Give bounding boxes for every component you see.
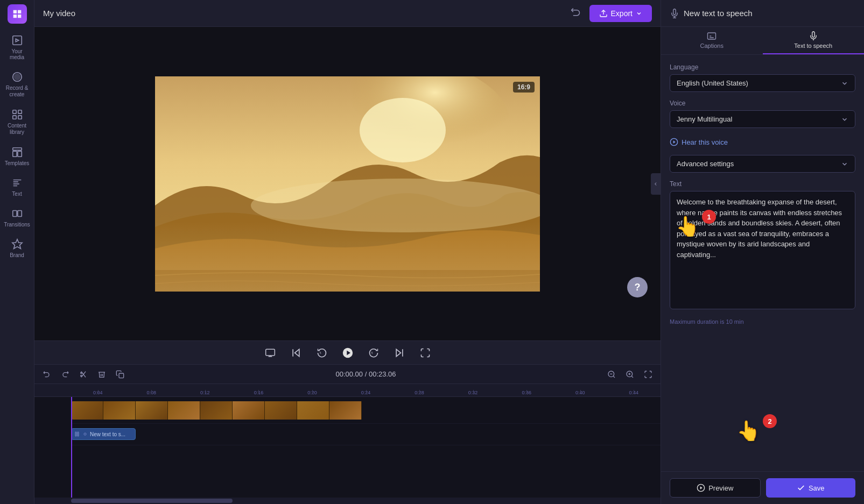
- preview-play-icon: [697, 484, 705, 492]
- ruler-mark: 0:28: [392, 390, 446, 396]
- video-clip[interactable]: [71, 401, 373, 420]
- advanced-settings-row[interactable]: Advanced settings: [670, 155, 855, 173]
- language-group: Language English (United States): [670, 63, 855, 92]
- play-button[interactable]: [340, 345, 355, 360]
- copy-button[interactable]: [114, 368, 126, 380]
- sidebar-item-templates[interactable]: Templates: [2, 142, 33, 171]
- skip-forward-button[interactable]: [392, 345, 407, 360]
- svg-text:5: 5: [319, 351, 321, 354]
- svg-rect-20: [265, 349, 275, 356]
- hear-voice-button[interactable]: Hear this voice: [670, 136, 855, 148]
- svg-point-39: [84, 433, 86, 435]
- svg-rect-0: [12, 36, 22, 45]
- zoom-in-button[interactable]: [624, 368, 636, 380]
- tab-text-to-speech[interactable]: Text to speech: [763, 27, 865, 54]
- timeline-toolbar: 00:00.00 / 00:23.06: [34, 365, 661, 384]
- ruler-mark: 0:24: [339, 390, 393, 396]
- export-button[interactable]: Export: [589, 5, 652, 22]
- preview-button[interactable]: Preview: [670, 478, 761, 498]
- video-track-row: [71, 397, 661, 424]
- svg-rect-37: [75, 432, 76, 436]
- tab-captions[interactable]: Captions: [661, 27, 763, 54]
- tts-clip[interactable]: New text to s...: [71, 428, 136, 440]
- language-select[interactable]: English (United States): [670, 74, 855, 92]
- svg-rect-4: [18, 110, 21, 113]
- fullscreen-button[interactable]: [418, 345, 433, 360]
- sidebar-item-transitions[interactable]: Transitions: [2, 203, 33, 232]
- film-frame: [136, 401, 168, 420]
- ruler-mark: 0:04: [71, 390, 125, 396]
- ruler-mark: 0:36: [500, 390, 553, 396]
- right-panel: New text to speech Captions Text to spee…: [661, 0, 864, 504]
- forward-5s-button[interactable]: 5: [366, 345, 381, 360]
- aspect-ratio-badge: 16:9: [513, 82, 535, 93]
- time-display: 00:00.00 / 00:23.06: [132, 370, 599, 378]
- app-logo[interactable]: [8, 4, 27, 24]
- ruler-mark: 0:12: [178, 390, 232, 396]
- top-bar: My video Export: [34, 0, 661, 27]
- svg-rect-42: [708, 33, 716, 39]
- svg-marker-12: [12, 239, 22, 249]
- redo-button[interactable]: [59, 368, 71, 380]
- panel-collapse-arrow[interactable]: [651, 173, 661, 195]
- svg-rect-7: [12, 148, 22, 151]
- save-button[interactable]: Save: [766, 478, 856, 498]
- ruler-mark: 0:44: [607, 390, 661, 396]
- sidebar: Your media Record &create Contentlibrary…: [0, 0, 34, 504]
- sidebar-item-brand[interactable]: Brand: [2, 234, 33, 262]
- sidebar-item-record-create[interactable]: Record &create: [2, 67, 33, 102]
- svg-rect-5: [12, 116, 16, 119]
- sidebar-item-content-library[interactable]: Contentlibrary: [2, 104, 33, 140]
- language-dropdown-icon: [841, 80, 848, 87]
- svg-rect-11: [17, 211, 21, 217]
- voice-dropdown-icon: [841, 116, 848, 123]
- fit-timeline-button[interactable]: [642, 368, 654, 380]
- timeline-section: 00:00.00 / 00:23.06: [34, 364, 661, 504]
- cut-button[interactable]: [78, 368, 89, 380]
- skip-back-button[interactable]: [289, 345, 304, 360]
- ruler-mark: 0:32: [446, 390, 500, 396]
- voice-group: Voice Jenny Multilingual: [670, 100, 855, 128]
- svg-rect-8: [12, 151, 16, 157]
- rewind-5s-button[interactable]: 5: [314, 345, 329, 360]
- svg-marker-47: [700, 486, 703, 489]
- main-area: My video Export: [34, 0, 661, 504]
- sidebar-item-your-media[interactable]: Your media: [2, 30, 33, 65]
- svg-point-27: [81, 372, 82, 374]
- film-frame: [71, 401, 103, 420]
- video-title: My video: [43, 9, 561, 18]
- film-frame: [233, 401, 265, 420]
- svg-point-28: [81, 375, 82, 377]
- timeline-tracks: New text to s...: [34, 397, 661, 498]
- video-frame: 16:9: [155, 76, 540, 292]
- film-frame: [297, 401, 329, 420]
- screen-btn[interactable]: [263, 345, 278, 360]
- text-input[interactable]: Welcome to the breathtaking expanse of t…: [670, 191, 855, 309]
- undo-history-icon[interactable]: [568, 5, 583, 22]
- help-button[interactable]: ?: [627, 277, 648, 297]
- playhead[interactable]: [71, 397, 72, 498]
- svg-point-19: [251, 179, 540, 232]
- svg-rect-9: [17, 151, 21, 157]
- timeline-scrollbar-thumb[interactable]: [71, 499, 233, 503]
- sidebar-item-text[interactable]: Text: [2, 173, 33, 201]
- delete-button[interactable]: [96, 368, 108, 380]
- play-icon: [670, 138, 678, 146]
- zoom-out-button[interactable]: [606, 368, 617, 380]
- ruler-mark: 0:16: [232, 390, 286, 396]
- timeline-scrollbar: [34, 498, 661, 504]
- svg-rect-10: [12, 211, 16, 217]
- ruler-mark: 0:08: [125, 390, 179, 396]
- film-frame: [103, 401, 136, 420]
- svg-line-34: [631, 376, 633, 378]
- svg-point-16: [360, 98, 446, 162]
- timeline-ruler: 0:04 0:08 0:12 0:16 0:20 0:24 0:28 0:32 …: [34, 384, 661, 397]
- language-label: Language: [670, 63, 855, 71]
- film-frame: [265, 401, 297, 420]
- voice-select[interactable]: Jenny Multilingual: [670, 110, 855, 128]
- undo-button[interactable]: [41, 368, 53, 380]
- svg-text:5: 5: [371, 351, 373, 354]
- video-section: 16:9 ?: [34, 27, 661, 364]
- svg-rect-38: [78, 432, 79, 436]
- svg-marker-45: [673, 140, 676, 143]
